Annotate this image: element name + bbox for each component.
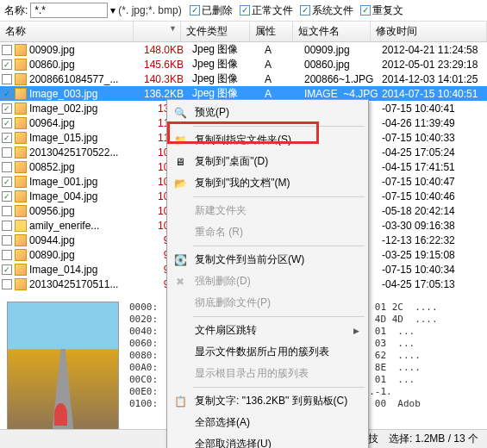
col-short[interactable]: 短文件名 bbox=[293, 22, 371, 41]
col-size[interactable]: ▼ bbox=[134, 22, 181, 41]
row-checkbox[interactable]: ✓ bbox=[2, 59, 12, 70]
selection-status: 选择: 1.2MB / 13 个 bbox=[389, 432, 478, 446]
ext-hint: (*. jpg;*. bmp) bbox=[118, 4, 181, 16]
cell-date: -04-25 17:05:13 bbox=[378, 278, 487, 290]
cell-size: 140.3KB bbox=[141, 73, 189, 85]
image-file-icon bbox=[15, 190, 27, 202]
cell-date: -07-15 10:40:33 bbox=[378, 132, 487, 144]
image-file-icon bbox=[15, 249, 27, 261]
checkbox-icon: ✓ bbox=[300, 5, 310, 16]
image-file-icon bbox=[15, 117, 27, 129]
cell-short: 00860.jpg bbox=[301, 59, 378, 71]
row-checkbox[interactable] bbox=[2, 147, 12, 158]
col-date[interactable]: 修改时间 bbox=[371, 22, 487, 41]
menu-deselect-all[interactable]: 全部取消选择(U) bbox=[169, 433, 366, 448]
row-checkbox[interactable] bbox=[2, 221, 12, 231]
name-label: 名称: bbox=[4, 3, 28, 18]
cell-type: Jpeg 图像 bbox=[189, 42, 258, 57]
clipboard-icon: 📋 bbox=[173, 395, 187, 408]
menu-copy-curpart[interactable]: 💽复制文件到当前分区(W) bbox=[169, 249, 366, 271]
image-file-icon bbox=[15, 59, 27, 71]
cell-attr: A bbox=[258, 73, 301, 85]
cell-attr: A bbox=[258, 88, 301, 100]
image-file-icon bbox=[15, 278, 27, 290]
image-file-icon bbox=[15, 132, 27, 144]
row-checkbox[interactable] bbox=[2, 206, 12, 216]
folder-icon bbox=[15, 220, 27, 232]
row-checkbox[interactable]: ✓ bbox=[2, 264, 12, 275]
row-checkbox[interactable] bbox=[2, 74, 12, 84]
col-attr[interactable]: 属性 bbox=[250, 22, 293, 41]
menu-copy-to-desktop[interactable]: 🖥复制到"桌面"(D) bbox=[169, 151, 366, 172]
image-file-icon bbox=[15, 176, 27, 188]
preview-icon: 🔍 bbox=[173, 106, 187, 120]
menu-preview[interactable]: 🔍预览(P) bbox=[169, 102, 366, 123]
row-checkbox[interactable] bbox=[2, 162, 12, 172]
filter-checkbox[interactable]: ✓系统文件 bbox=[300, 3, 353, 18]
row-checkbox[interactable] bbox=[2, 279, 12, 289]
cell-date: -07-15 10:40:46 bbox=[378, 190, 487, 202]
cell-size: 136.2KB bbox=[141, 88, 189, 100]
cell-date: 2012-04-21 11:24:58 bbox=[378, 44, 487, 56]
table-row[interactable]: ✓00860.jpg145.6KBJpeg 图像A00860.jpg2012-0… bbox=[0, 57, 487, 72]
cell-date: -03-30 09:16:38 bbox=[378, 220, 487, 232]
row-checkbox[interactable] bbox=[2, 250, 12, 260]
cell-name: 00944.jpg bbox=[29, 234, 141, 246]
row-checkbox[interactable]: ✓ bbox=[2, 133, 12, 143]
row-checkbox[interactable]: ✓ bbox=[2, 191, 12, 202]
table-row[interactable]: 2008661084577_...140.3KBJpeg 图像A200866~1… bbox=[0, 72, 487, 86]
cell-name: Image_003.jpg bbox=[29, 88, 141, 100]
dropdown-icon[interactable]: ▾ bbox=[110, 4, 116, 16]
row-checkbox[interactable]: ✓ bbox=[2, 177, 12, 187]
menu-force-del: ✖强制删除(D) bbox=[169, 271, 366, 292]
image-file-icon bbox=[15, 161, 27, 173]
image-file-icon bbox=[15, 234, 27, 246]
context-menu: 🔍预览(P) 📁复制到指定文件夹(S)... 🖥复制到"桌面"(D) 📂复制到"… bbox=[166, 99, 369, 448]
menu-rename: 重命名 (R) bbox=[169, 221, 366, 243]
cell-size: 145.6KB bbox=[141, 59, 189, 71]
filter-checkbox[interactable]: ✓正常文件 bbox=[240, 3, 293, 18]
filter-checkbox[interactable]: ✓重复文 bbox=[360, 3, 403, 18]
cell-short: 00909.jpg bbox=[301, 44, 378, 56]
table-header: 名称 ▼ 文件类型 属性 短文件名 修改时间 bbox=[0, 22, 487, 42]
cell-name: 00956.jpg bbox=[29, 205, 141, 217]
menu-copy-text[interactable]: 📋复制文字: "136.2KB" 到剪贴板(C) bbox=[169, 390, 366, 412]
cell-name: 2008661084577_... bbox=[29, 73, 141, 85]
menu-sector-jump[interactable]: 文件扇区跳转▶ bbox=[169, 320, 366, 341]
row-checkbox[interactable]: ✓ bbox=[2, 118, 12, 128]
menu-show-clusters[interactable]: 显示文件数据所占用的簇列表 bbox=[169, 341, 366, 363]
menu-copy-to-docs[interactable]: 📂复制到"我的文档"(M) bbox=[169, 172, 366, 194]
menu-copy-to-folder[interactable]: 📁复制到指定文件夹(S)... bbox=[169, 129, 366, 151]
cell-date: -05-18 20:42:14 bbox=[378, 205, 487, 217]
col-name[interactable]: 名称 bbox=[0, 22, 134, 41]
pattern-input[interactable]: *.* bbox=[30, 3, 108, 18]
submenu-arrow-icon: ▶ bbox=[353, 327, 359, 335]
desktop-icon: 🖥 bbox=[173, 155, 187, 169]
cell-date: -04-15 17:41:51 bbox=[378, 161, 487, 173]
cell-type: Jpeg 图像 bbox=[189, 72, 258, 86]
table-row[interactable]: 00909.jpg148.0KBJpeg 图像A00909.jpg2012-04… bbox=[0, 42, 487, 57]
col-type[interactable]: 文件类型 bbox=[181, 22, 250, 41]
cell-name: Image_002.jpg bbox=[29, 103, 141, 115]
row-checkbox[interactable]: ✓ bbox=[2, 89, 12, 99]
cell-date: -03-25 19:15:08 bbox=[378, 249, 487, 261]
delete-icon: ✖ bbox=[173, 275, 187, 289]
cell-date: 2014-07-15 10:40:51 bbox=[378, 88, 487, 100]
menu-new-folder: 新建文件夹 bbox=[169, 200, 366, 221]
cell-name: 00890.jpg bbox=[29, 249, 141, 261]
image-file-icon bbox=[15, 264, 27, 276]
row-checkbox[interactable]: ✓ bbox=[2, 103, 12, 114]
row-checkbox[interactable] bbox=[2, 45, 12, 55]
checkbox-icon: ✓ bbox=[240, 5, 250, 16]
cell-type: Jpeg 图像 bbox=[189, 57, 258, 72]
cell-date: 2014-12-03 14:01:25 bbox=[378, 73, 487, 85]
cell-date: -04-25 17:05:24 bbox=[378, 146, 487, 159]
cell-date: 2012-05-01 23:29:18 bbox=[378, 59, 487, 71]
docs-icon: 📂 bbox=[173, 177, 187, 190]
menu-select-all[interactable]: 全部选择(A) bbox=[169, 412, 366, 433]
cell-date: -12-13 16:22:32 bbox=[378, 234, 487, 246]
checkbox-icon: ✓ bbox=[190, 5, 200, 16]
filter-checkbox[interactable]: ✓已删除 bbox=[190, 3, 233, 18]
row-checkbox[interactable] bbox=[2, 235, 12, 246]
cell-date: -04-26 11:39:49 bbox=[378, 117, 487, 129]
